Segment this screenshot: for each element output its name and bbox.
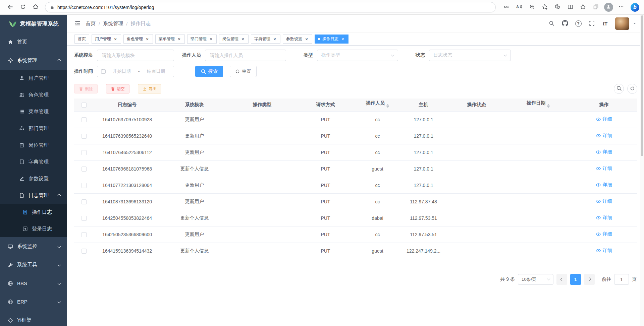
search-button[interactable]: 搜索 [195,66,223,77]
sidebar-item-log[interactable]: 日志管理 [0,187,67,204]
row-checkbox[interactable] [82,216,87,221]
page-number-button[interactable]: 1 [570,274,581,285]
row-checkbox[interactable] [82,134,87,139]
tab-close-icon[interactable]: × [340,37,345,42]
tab-close-icon[interactable]: × [145,37,150,42]
user-avatar[interactable] [615,17,629,30]
browser-home-button[interactable] [30,2,42,13]
detail-link[interactable]: 详细 [596,215,612,221]
sort-icon[interactable] [386,103,389,109]
operator-input[interactable] [205,50,286,61]
toggle-search-button[interactable] [614,84,624,94]
tab-item-1[interactable]: 用户管理× [92,35,121,44]
sidebar-item-monitor[interactable]: 系统监控 [0,237,67,256]
tab-close-icon[interactable]: × [304,37,309,42]
help-button[interactable]: ? [573,18,584,29]
reset-button[interactable]: 重置 [230,66,257,77]
detail-link[interactable]: 详细 [596,248,612,254]
tab-item-6[interactable]: 字典管理× [251,35,280,44]
sidebar-item-post[interactable]: 岗位管理 [0,137,67,153]
tab-close-icon[interactable]: × [113,37,118,42]
page-size-select[interactable]: 10条/页 [518,274,553,285]
tab-close-icon[interactable]: × [272,37,277,42]
tab-close-icon[interactable]: × [177,37,181,42]
next-page-button[interactable] [584,274,595,285]
browser-back-button[interactable] [4,2,16,13]
sidebar-item-operlog[interactable]: 操作日志 [0,204,67,220]
sidebar-toggle-button[interactable] [74,20,81,27]
split-screen-button[interactable] [564,2,576,13]
sidebar-item-loginlog[interactable]: 登录日志 [0,220,67,237]
read-aloud-button[interactable]: A [513,2,525,13]
tab-item-2[interactable]: 角色管理× [123,35,153,44]
scrollbar[interactable] [640,15,644,326]
chevron-down-icon[interactable] [633,21,637,26]
export-button[interactable]: 导出 [138,84,161,93]
sidebar-item-yi[interactable]: Yi框架 [0,311,67,326]
sidebar-item-role[interactable]: 角色管理 [0,86,67,103]
sort-icon[interactable] [547,103,550,109]
tab-item-3[interactable]: 菜单管理× [155,35,185,44]
row-checkbox[interactable] [82,232,87,237]
row-checkbox[interactable] [82,199,87,204]
browser-refresh-button[interactable] [17,2,29,13]
favorites-button[interactable] [577,2,589,13]
status-select[interactable]: 日志状态 [429,50,511,61]
clear-button[interactable]: 清空 [106,84,129,93]
sidebar-item-home[interactable]: 首页 [0,33,67,51]
fullscreen-button[interactable] [586,18,597,29]
address-bar[interactable]: https://ccnetcore.com:1101/system/log/op… [45,2,496,12]
tab-item-5[interactable]: 岗位管理× [219,35,249,44]
row-checkbox[interactable] [82,117,87,122]
breadcrumb-item-home[interactable]: 首页 [86,20,96,27]
sidebar-item-system[interactable]: 系统管理 [0,51,67,70]
prev-page-button[interactable] [556,274,567,285]
detail-link[interactable]: 详细 [596,182,612,188]
detail-link[interactable]: 详细 [596,231,612,237]
column-header-operator[interactable]: 操作人员 [355,99,400,111]
breadcrumb-item-system[interactable]: 系统管理 [103,20,123,27]
collections-button[interactable] [590,2,602,13]
detail-link[interactable]: 详细 [596,166,612,172]
tab-item-8[interactable]: 操作日志× [315,35,348,44]
bing-chat-button[interactable]: b [628,2,640,13]
sidebar-item-bbs[interactable]: BBS [0,274,67,292]
module-input[interactable] [97,50,174,61]
sidebar-item-dict[interactable]: 字典管理 [0,153,67,170]
goto-page-input[interactable] [614,274,629,285]
column-header-date[interactable]: 操作日期 [506,99,571,111]
browser-profile-button[interactable] [602,2,614,13]
tab-item-0[interactable]: 首页 [74,35,89,44]
detail-link[interactable]: 详细 [596,133,612,139]
detail-link[interactable]: 详细 [596,149,612,155]
sidebar-item-menu[interactable]: 菜单管理 [0,103,67,120]
password-key-button[interactable] [500,2,513,13]
refresh-table-button[interactable] [627,84,637,94]
row-checkbox[interactable] [82,150,87,155]
date-range-picker[interactable]: 开始日期 - 结束日期 [97,66,174,77]
sidebar-item-dept[interactable]: 部门管理 [0,120,67,137]
select-all-checkbox[interactable] [82,103,87,108]
browser-menu-button[interactable] [615,2,627,13]
detail-link[interactable]: 详细 [596,116,612,122]
extensions-button[interactable] [551,2,564,13]
font-size-button[interactable]: tT [600,18,610,29]
detail-link[interactable]: 详细 [596,198,612,204]
sidebar-item-erp[interactable]: ERP [0,292,67,311]
type-select[interactable]: 操作类型 [317,50,398,61]
delete-button[interactable]: 删除 [74,84,98,93]
sidebar-item-param[interactable]: 参数设置 [0,170,67,187]
add-favorite-button[interactable] [539,2,551,13]
header-search-button[interactable] [546,18,557,29]
row-checkbox[interactable] [82,167,87,172]
scrollbar-thumb[interactable] [641,15,643,156]
tab-item-7[interactable]: 参数设置× [283,35,312,44]
zoom-button[interactable] [526,2,538,13]
sidebar-item-tools[interactable]: 系统工具 [0,256,67,274]
tab-close-icon[interactable]: × [240,37,245,42]
tab-close-icon[interactable]: × [209,37,213,42]
row-checkbox[interactable] [82,183,87,188]
sidebar-item-user[interactable]: 用户管理 [0,70,67,86]
row-checkbox[interactable] [82,249,87,254]
tab-item-4[interactable]: 部门管理× [187,35,217,44]
